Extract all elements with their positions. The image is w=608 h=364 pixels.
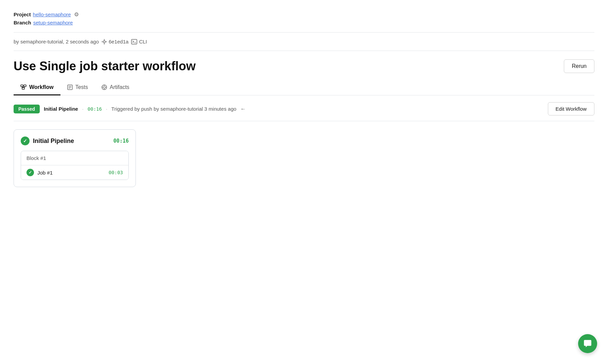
job-time: 00:03 bbox=[109, 170, 123, 175]
block-container: Block #1 ✓ Job #1 00:03 bbox=[21, 151, 129, 180]
dot-sep-1: · bbox=[82, 106, 84, 112]
svg-rect-7 bbox=[21, 85, 23, 87]
rerun-button[interactable]: Rerun bbox=[564, 59, 594, 73]
commit-icon bbox=[102, 39, 107, 44]
workflow-tab-icon bbox=[20, 85, 26, 90]
page: Project hello-semaphore ⚙ Branch setup-s… bbox=[0, 0, 608, 206]
project-label: Project bbox=[14, 12, 31, 17]
project-link[interactable]: hello-semaphore bbox=[33, 12, 71, 17]
pipeline-bar-left: Passed Initial Pipeline · 00:16 · Trigge… bbox=[14, 105, 246, 113]
arrow-left-icon: ← bbox=[240, 106, 246, 112]
pipeline-cards-area: ✓ Initial Pipeline 00:16 Block #1 ✓ Job … bbox=[14, 121, 594, 195]
branch-link[interactable]: setup-semaphore bbox=[33, 20, 73, 25]
cli-label: CLI bbox=[139, 39, 147, 44]
title-row: Use Single job starter workflow Rerun bbox=[14, 51, 594, 80]
tab-tests-label: Tests bbox=[75, 84, 88, 90]
cli-source: CLI bbox=[131, 39, 147, 44]
card-header: ✓ Initial Pipeline 00:16 bbox=[21, 136, 129, 145]
pipeline-bar-time: 00:16 bbox=[88, 106, 102, 112]
workflow-title: Use Single job starter workflow bbox=[14, 59, 196, 73]
dot-sep-2: · bbox=[106, 106, 107, 112]
pipeline-status-bar: Passed Initial Pipeline · 00:16 · Trigge… bbox=[14, 95, 594, 121]
commit-hash-wrapper: 6e1ed1a bbox=[102, 39, 128, 44]
tab-workflow-label: Workflow bbox=[29, 84, 54, 90]
svg-point-19 bbox=[103, 86, 105, 88]
gear-icon[interactable]: ⚙ bbox=[73, 11, 80, 18]
passed-badge: Passed bbox=[14, 105, 40, 113]
svg-rect-8 bbox=[24, 85, 26, 87]
tab-workflow[interactable]: Workflow bbox=[14, 80, 60, 95]
pipeline-card-time: 00:16 bbox=[113, 138, 129, 144]
tests-tab-icon bbox=[67, 85, 73, 90]
artifacts-tab-icon bbox=[102, 85, 107, 90]
edit-workflow-button[interactable]: Edit Workflow bbox=[548, 102, 594, 115]
tabs-bar: Workflow Tests bbox=[14, 80, 594, 95]
pipeline-check-icon: ✓ bbox=[21, 136, 30, 145]
commit-info: by semaphore-tutorial, 2 seconds ago 6e1… bbox=[14, 33, 594, 51]
tab-tests[interactable]: Tests bbox=[60, 80, 95, 95]
pipeline-bar-name: Initial Pipeline bbox=[44, 106, 78, 112]
job-row[interactable]: ✓ Job #1 00:03 bbox=[21, 165, 128, 180]
pipeline-card: ✓ Initial Pipeline 00:16 Block #1 ✓ Job … bbox=[14, 129, 136, 187]
block-header: Block #1 bbox=[21, 151, 128, 165]
svg-rect-9 bbox=[22, 88, 24, 89]
job-check-icon: ✓ bbox=[26, 169, 34, 176]
tab-artifacts-label: Artifacts bbox=[110, 84, 129, 90]
project-branch-header: Project hello-semaphore ⚙ Branch setup-s… bbox=[14, 11, 594, 33]
branch-line: Branch setup-semaphore bbox=[14, 20, 594, 25]
commit-author: by semaphore-tutorial, 2 seconds ago bbox=[14, 39, 99, 44]
commit-hash-value: 6e1ed1a bbox=[109, 39, 128, 44]
branch-label: Branch bbox=[14, 20, 31, 25]
job-name: Job #1 bbox=[37, 170, 105, 176]
card-header-left: ✓ Initial Pipeline bbox=[21, 136, 74, 145]
tab-artifacts[interactable]: Artifacts bbox=[95, 80, 136, 95]
svg-point-0 bbox=[103, 41, 105, 43]
pipeline-card-title: Initial Pipeline bbox=[33, 138, 74, 145]
project-line: Project hello-semaphore ⚙ bbox=[14, 11, 594, 18]
pipeline-trigger-text: Triggered by push by semaphore-tutorial … bbox=[111, 106, 236, 112]
